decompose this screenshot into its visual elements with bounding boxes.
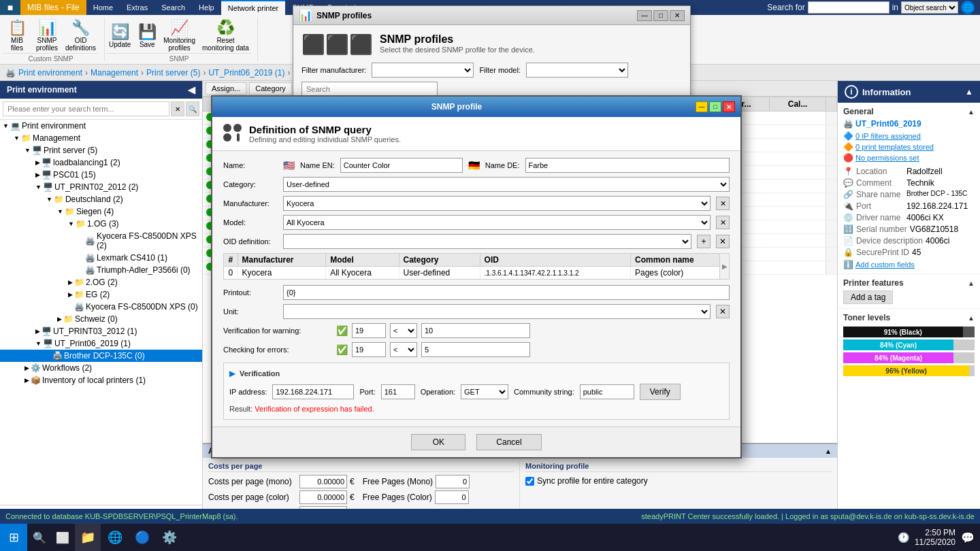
sidebar-collapse-icon[interactable]: ◀ — [188, 84, 195, 95]
tab-home[interactable]: Home — [86, 0, 120, 15]
filter-model-select[interactable] — [526, 63, 628, 78]
object-search-select[interactable]: Object search — [901, 1, 958, 14]
oid-add-btn[interactable]: + — [697, 235, 710, 248]
port-verify-input[interactable] — [381, 384, 415, 399]
tree-item-brother-dcp[interactable]: ▶ 🖨️ Brother DCP-135C (0) — [0, 350, 202, 362]
breadcrumb-item-2[interactable]: Management — [91, 68, 138, 78]
file-explorer-button[interactable]: 📁 — [75, 524, 101, 551]
unit-select[interactable] — [283, 304, 710, 319]
assign-tab[interactable]: Assign... — [206, 82, 246, 95]
manufacturer-select[interactable]: Kyocera — [283, 196, 710, 211]
tree-item-management[interactable]: ▼ 📁 Management — [0, 132, 202, 144]
free-pages-mono-input[interactable] — [436, 475, 470, 488]
col-cal[interactable]: Cal... — [770, 97, 826, 112]
category-tab[interactable]: Category — [249, 82, 292, 95]
tree-item-ut-print03[interactable]: ▶ 🖥️ UT_PRINT03_2012 (1) — [0, 325, 202, 337]
verif-warning-op-select[interactable]: < > = — [390, 323, 417, 338]
unit-clear-btn[interactable]: ✕ — [716, 305, 730, 318]
tree-item-2og[interactable]: ▶ 📁 2.OG (2) — [0, 276, 202, 288]
tab-file[interactable]: MIB files - File — [20, 0, 86, 15]
tree-item-inventory[interactable]: ▶ 📦 Inventory of local printers (1) — [0, 374, 202, 386]
reset-monitoring-button[interactable]: ♻️ Resetmonitoring data — [199, 18, 252, 53]
tab-help[interactable]: Help — [192, 0, 221, 15]
tree-item-eg[interactable]: ▶ 📁 EG (2) — [0, 288, 202, 301]
tree-item-print-environment[interactable]: ▼ 💻 Print environment — [0, 120, 202, 132]
manufacturer-clear-btn[interactable]: ✕ — [716, 197, 730, 210]
features-collapse-icon[interactable]: ▲ — [968, 280, 975, 287]
taskview-button[interactable]: ⬜ — [52, 524, 74, 551]
tree-item-kyocera2[interactable]: ▶ 🖨️ Kyocera FS-C8500DN XPS (0) — [0, 301, 202, 313]
breadcrumb-item-3[interactable]: Print server (5) — [146, 68, 200, 78]
save-button[interactable]: 💾 Save — [135, 22, 159, 50]
update-button[interactable]: 🔄 Update — [106, 22, 133, 50]
printer-name-link[interactable]: 🖨️ UT_Print06_2019 — [843, 119, 975, 129]
add-tag-button[interactable]: Add a tag — [843, 290, 893, 304]
add-custom-fields-link[interactable]: ℹ️ Add custom fields — [843, 260, 975, 269]
dialog-close-btn[interactable]: ✕ — [723, 101, 735, 112]
search-for-input[interactable] — [808, 1, 889, 14]
verify-button[interactable]: Verify — [640, 384, 681, 400]
tab-search[interactable]: Search — [154, 0, 192, 15]
costs-mono-input[interactable] — [299, 475, 347, 488]
snmp-profiles-max-btn[interactable]: □ — [653, 10, 668, 21]
tree-item-ut-print06[interactable]: ▼ 🖥️ UT_Print06_2019 (1) — [0, 337, 202, 350]
snmp-profiles-min-btn[interactable]: — — [637, 10, 652, 21]
oid-definition-select[interactable] — [283, 234, 691, 249]
tree-item-loadbalancing[interactable]: ▶ 🖥️ loadbalancing1 (2) — [0, 156, 202, 169]
monitoring-profiles-button[interactable]: 📈 Monitoringprofiles — [161, 18, 198, 53]
tree-item-print-server[interactable]: ▼ 🖥️ Print server (5) — [0, 144, 202, 156]
tab-network-printer[interactable]: Network printer — [221, 0, 286, 15]
tree-item-psc01[interactable]: ▶ 🖥️ PSC01 (15) — [0, 169, 202, 181]
ok-button[interactable]: OK — [411, 434, 466, 450]
cancel-button[interactable]: Cancel — [476, 434, 541, 450]
chrome-button[interactable]: 🔵 — [129, 524, 155, 551]
name-de-input[interactable] — [525, 158, 730, 173]
verif-expand-icon[interactable]: ▶ — [229, 369, 235, 378]
breadcrumb-item-4[interactable]: UT_Print06_2019 (1) — [208, 68, 284, 78]
sidebar-search-btn[interactable]: 🔍 — [186, 101, 199, 116]
tree-item-1og[interactable]: ▼ 📁 1.OG (3) — [0, 218, 202, 230]
snmp-profiles-search-input[interactable] — [301, 82, 438, 97]
oid-table-row[interactable]: 0 Kyocera All Kyocera User-defined .1.3.… — [224, 267, 729, 280]
ip-filters-link[interactable]: 🔷 0 IP filters assigned — [843, 131, 975, 141]
model-clear-btn[interactable]: ✕ — [716, 216, 730, 229]
tree-item-workflows[interactable]: ▶ ⚙️ Workflows (2) — [0, 362, 202, 374]
tree-item-lexmark[interactable]: ▶ 🖨️ Lexmark CS410 (1) — [0, 252, 202, 264]
dialog-max-btn[interactable]: □ — [709, 101, 721, 112]
sync-checkbox-label[interactable]: Sync profile for entire category — [525, 476, 832, 486]
free-pages-color-input[interactable] — [435, 490, 469, 504]
ie-button[interactable]: 🌐 — [102, 524, 128, 551]
general-collapse-icon[interactable]: ▲ — [968, 108, 975, 116]
operation-select[interactable]: GET — [461, 384, 508, 399]
tree-item-kyocera-fs[interactable]: ▶ 🖨️ Kyocera FS-C8500DN XPS (2) — [0, 230, 202, 252]
name-en-input[interactable] — [340, 158, 463, 173]
verif-warning-threshold-input[interactable] — [421, 323, 530, 338]
check-errors-threshold-input[interactable] — [421, 342, 530, 357]
sidebar-search-clear-btn[interactable]: ✕ — [171, 101, 184, 116]
permissions-link[interactable]: 🔴 No permissions set — [843, 153, 975, 163]
printout-input[interactable] — [283, 285, 730, 300]
sidebar-search-input[interactable] — [3, 101, 169, 116]
costs-color-input[interactable] — [299, 490, 347, 504]
start-button[interactable]: ⊞ — [0, 524, 27, 551]
tree-item-schweiz[interactable]: ▶ 📁 Schweiz (0) — [0, 313, 202, 325]
category-select[interactable]: User-defined — [283, 177, 730, 192]
tree-item-siegen[interactable]: ▼ 📁 Siegen (4) — [0, 205, 202, 218]
mib-files-button[interactable]: 📋 MIBfiles — [3, 18, 31, 53]
search-taskbar[interactable]: 🔍 — [29, 524, 50, 551]
oid-remove-btn[interactable]: ✕ — [716, 235, 730, 248]
notification-icon[interactable]: 💬 — [961, 531, 975, 544]
verif-warning-value-input[interactable] — [352, 323, 386, 338]
right-panel-collapse-icon[interactable]: ▲ — [965, 87, 973, 97]
filter-manufacturer-select[interactable] — [372, 63, 474, 78]
snmp-profiles-close-btn[interactable]: ✕ — [670, 10, 685, 21]
tree-item-triumph[interactable]: ▶ 🖨️ Triumph-Adler_P3566i (0) — [0, 264, 202, 276]
app-button[interactable]: ⚙️ — [157, 524, 182, 551]
check-errors-op-select[interactable]: < > = — [390, 342, 417, 357]
community-input[interactable] — [580, 384, 634, 399]
tab-extras[interactable]: Extras — [120, 0, 154, 15]
check-errors-value-input[interactable] — [352, 342, 386, 357]
snmp-profiles-button[interactable]: 📊 SNMPprofiles — [33, 18, 61, 53]
ip-address-input[interactable] — [272, 384, 354, 399]
toner-collapse-icon[interactable]: ▲ — [968, 314, 975, 322]
